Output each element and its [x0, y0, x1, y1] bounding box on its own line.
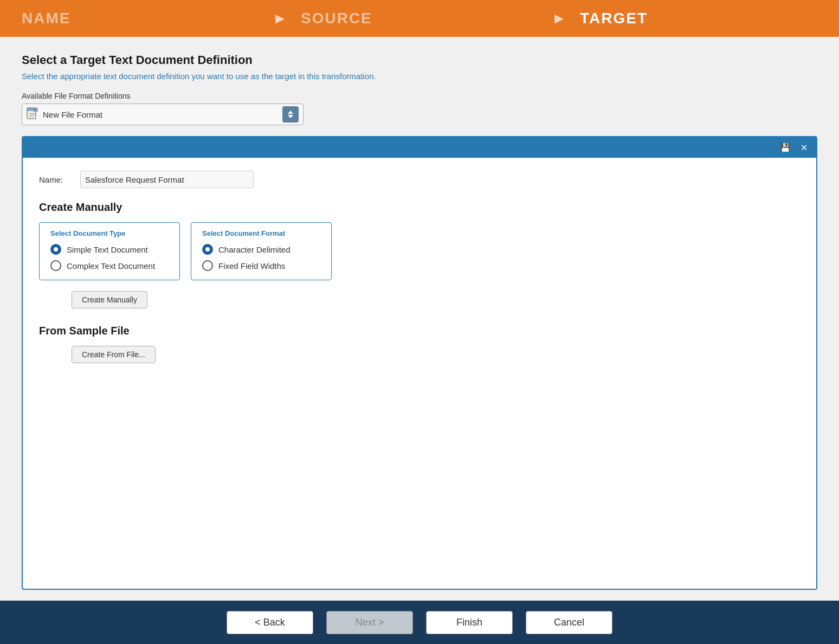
radio-simple-text-circle — [50, 244, 61, 255]
panel-save-button[interactable]: 💾 — [778, 140, 792, 154]
step-target-label: TARGET — [580, 10, 648, 27]
wizard-step-source: SOURCE — [301, 10, 538, 27]
file-format-select[interactable]: New File Format — [22, 104, 304, 125]
wizard-arrow-1: ▶ — [275, 11, 285, 25]
from-sample-section: From Sample File Create From File... — [39, 325, 800, 363]
name-row: Name: — [39, 171, 800, 188]
cancel-button[interactable]: Cancel — [526, 611, 612, 634]
radio-complex-text-label: Complex Text Document — [67, 261, 155, 271]
file-icon — [27, 107, 38, 121]
svg-rect-1 — [27, 108, 38, 111]
radio-simple-text[interactable]: Simple Text Document — [50, 244, 169, 255]
wizard-step-target: TARGET — [580, 10, 817, 27]
name-input[interactable] — [80, 171, 254, 188]
file-format-label: Available File Format Definitions — [22, 92, 817, 100]
doc-type-legend: Select Document Type — [50, 229, 169, 237]
step-source-label: SOURCE — [301, 10, 372, 27]
panel-titlebar: 💾 ✕ — [23, 137, 816, 158]
panel-body: Name: Create Manually Select Document Ty… — [23, 158, 816, 589]
page-title: Select a Target Text Document Definition — [22, 53, 817, 67]
wizard-header: NAME ▶ SOURCE ▶ TARGET — [0, 0, 839, 37]
next-button[interactable]: Next > — [326, 611, 413, 634]
wizard-arrow-2: ▶ — [554, 11, 564, 25]
from-sample-heading: From Sample File — [39, 325, 800, 337]
radio-complex-text-circle — [50, 260, 61, 271]
radio-complex-text[interactable]: Complex Text Document — [50, 260, 169, 271]
save-icon: 💾 — [780, 143, 791, 153]
page-subtitle: Select the appropriate text document def… — [22, 72, 817, 81]
from-sample-btn-row: Create From File... — [39, 346, 800, 363]
select-document-type-group: Select Document Type Simple Text Documen… — [39, 222, 180, 280]
panel-close-button[interactable]: ✕ — [797, 140, 811, 154]
doc-format-legend: Select Document Format — [202, 229, 320, 237]
create-manually-btn-row: Create Manually — [39, 291, 800, 308]
spinner-arrow-up-icon — [288, 111, 293, 114]
radio-fixed-field[interactable]: Fixed Field Widths — [202, 260, 320, 271]
doc-options-row: Select Document Type Simple Text Documen… — [39, 222, 800, 280]
bottom-nav-bar: < Back Next > Finish Cancel — [0, 601, 839, 644]
blue-panel: 💾 ✕ Name: Create Manually Select Documen… — [22, 136, 817, 590]
file-format-section: Available File Format Definitions New Fi… — [22, 92, 817, 125]
main-content: Select a Target Text Document Definition… — [0, 37, 839, 601]
back-button[interactable]: < Back — [227, 611, 313, 634]
finish-button[interactable]: Finish — [426, 611, 513, 634]
radio-fixed-field-circle — [202, 260, 213, 271]
step-name-label: NAME — [22, 10, 70, 27]
create-manually-button[interactable]: Create Manually — [72, 291, 147, 308]
radio-char-delimited-label: Character Delimited — [218, 245, 291, 254]
spinner-arrow-down-icon — [288, 115, 293, 118]
radio-char-delimited-circle — [202, 244, 213, 255]
select-document-format-group: Select Document Format Character Delimit… — [191, 222, 332, 280]
close-icon: ✕ — [801, 143, 808, 153]
radio-char-delimited[interactable]: Character Delimited — [202, 244, 320, 255]
file-format-value: New File Format — [43, 110, 282, 119]
spinner-button[interactable] — [282, 106, 299, 123]
radio-simple-text-label: Simple Text Document — [67, 245, 148, 254]
create-from-file-button[interactable]: Create From File... — [72, 346, 156, 363]
radio-fixed-field-label: Fixed Field Widths — [218, 261, 285, 271]
name-label: Name: — [39, 175, 72, 184]
create-manually-heading: Create Manually — [39, 201, 800, 214]
wizard-step-name: NAME — [22, 10, 259, 27]
